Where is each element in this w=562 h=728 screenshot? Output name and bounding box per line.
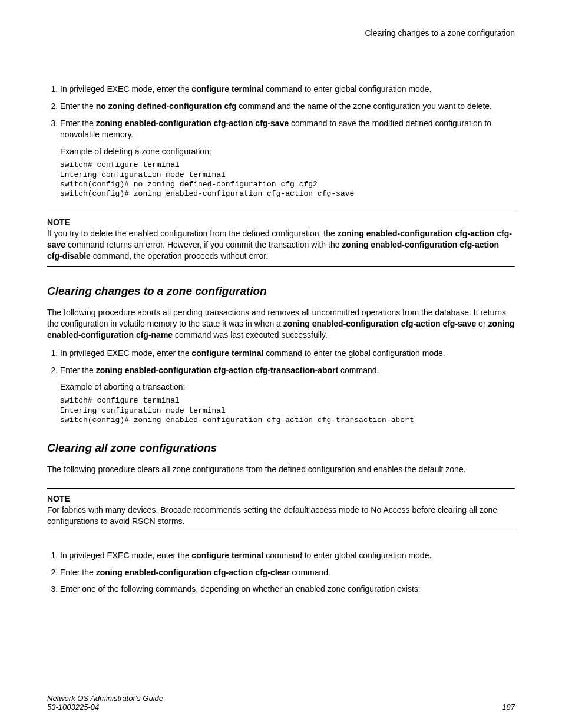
list-item: In privileged EXEC mode, enter the confi… [60, 84, 515, 95]
text: For fabrics with many devices, Brocade r… [47, 505, 497, 526]
note-block: NOTE For fabrics with many devices, Broc… [47, 488, 515, 532]
cmd-bold: zoning enabled-configuration cfg-action … [96, 568, 290, 577]
page: Clearing changes to a zone configuration… [0, 0, 562, 728]
cmd-bold: zoning enabled-configuration cfg-action … [96, 365, 338, 375]
note-label: NOTE [47, 493, 515, 505]
cmd-bold: configure terminal [191, 84, 263, 94]
note-block: NOTE If you try to delete the enabled co… [47, 212, 515, 267]
doc-number: 53-1003225-04 [47, 703, 163, 711]
text: command, the operation proceeds without … [91, 251, 268, 261]
text: In privileged EXEC mode, enter the [60, 84, 191, 94]
section-c-intro: The following procedure clears all zone … [47, 464, 515, 475]
list-item: In privileged EXEC mode, enter the confi… [60, 550, 515, 561]
list-item: Enter the zoning enabled-configuration c… [60, 365, 515, 426]
section-heading-clearing-changes: Clearing changes to a zone configuration [47, 285, 515, 298]
list-item: Enter the no zoning defined-configuratio… [60, 101, 515, 112]
code-block: switch# configure terminal Entering conf… [60, 396, 515, 425]
text: Enter the [60, 568, 96, 577]
text: Enter the [60, 101, 96, 111]
list-item: In privileged EXEC mode, enter the confi… [60, 348, 515, 359]
text: command to enter global configuration mo… [263, 84, 431, 94]
list-item: Enter one of the following commands, dep… [60, 584, 515, 595]
cmd-bold: configure terminal [191, 348, 263, 358]
section-b-intro: The following procedure aborts all pendi… [47, 307, 515, 341]
section-a-steps: In privileged EXEC mode, enter the confi… [47, 84, 515, 199]
text: command to enter global configuration mo… [263, 551, 431, 560]
text: command was last executed successfully. [173, 330, 328, 340]
example-label: Example of deleting a zone configuration… [60, 146, 515, 157]
list-item: Enter the zoning enabled-configuration c… [60, 567, 515, 578]
example-label: Example of aborting a transaction: [60, 381, 515, 393]
cmd-bold: configure terminal [191, 551, 263, 560]
page-number: 187 [502, 703, 515, 711]
text: If you try to delete the enabled configu… [47, 229, 338, 238]
cmd-bold: zoning enabled-configuration cfg-action … [96, 118, 289, 128]
cmd-bold: no zoning defined-configuration cfg [96, 101, 237, 111]
text: Enter one of the following commands, dep… [60, 584, 421, 594]
list-item: Enter the zoning enabled-configuration c… [60, 118, 515, 199]
text: In privileged EXEC mode, enter the [60, 348, 191, 358]
section-b-steps: In privileged EXEC mode, enter the confi… [47, 348, 515, 425]
footer-left: Network OS Administrator's Guide 53-1003… [47, 694, 163, 711]
text: command returns an error. However, if yo… [65, 240, 342, 249]
text: Enter the [60, 365, 96, 375]
note-label: NOTE [47, 217, 515, 228]
code-block: switch# configure terminal Entering conf… [60, 160, 515, 199]
text: Enter the [60, 118, 96, 128]
guide-title: Network OS Administrator's Guide [47, 694, 163, 703]
text: command. [290, 568, 330, 577]
section-c-steps: In privileged EXEC mode, enter the confi… [47, 550, 515, 595]
cmd-bold: zoning enabled-configuration cfg-action … [283, 319, 476, 328]
text: command. [338, 365, 379, 375]
text: or [476, 319, 488, 328]
page-footer: Network OS Administrator's Guide 53-1003… [47, 694, 515, 711]
running-header: Clearing changes to a zone configuration [47, 28, 515, 38]
text: command to enter the global configuratio… [263, 348, 445, 358]
text: command and the name of the zone configu… [236, 101, 492, 111]
text: In privileged EXEC mode, enter the [60, 551, 191, 560]
section-heading-clearing-all: Clearing all zone configurations [47, 442, 515, 454]
